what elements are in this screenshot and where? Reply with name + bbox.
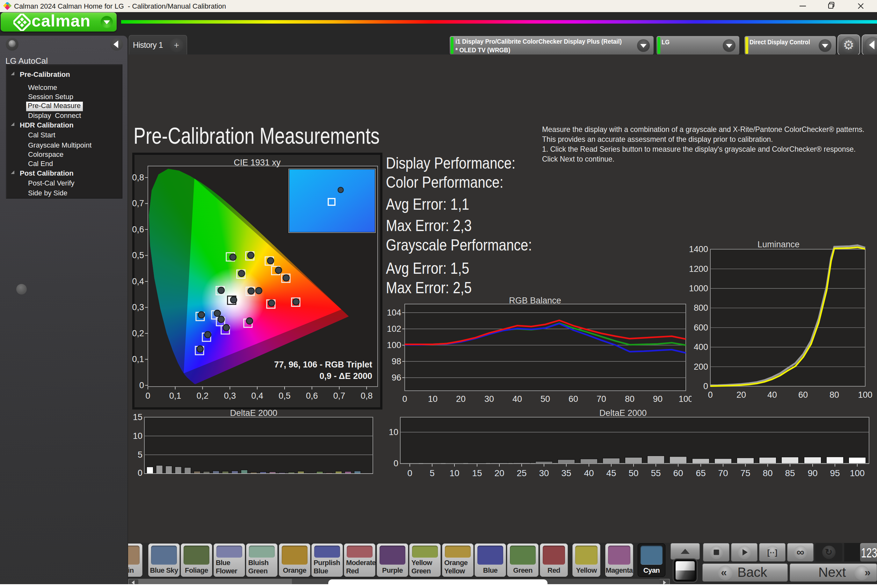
svg-text:5: 5 [430,468,435,478]
svg-text:0: 0 [139,381,144,390]
svg-text:30: 30 [539,468,549,478]
svg-text:0,4: 0,4 [251,391,263,400]
svg-text:80: 80 [763,468,772,478]
svg-text:80: 80 [625,394,634,404]
svg-text:0: 0 [138,468,142,477]
svg-text:0,5: 0,5 [279,391,291,400]
svg-text:10: 10 [449,468,459,478]
svg-text:50: 50 [540,394,550,404]
svg-text:45: 45 [606,468,616,478]
svg-text:0: 0 [402,394,407,404]
svg-text:DeltaE 2000: DeltaE 2000 [230,408,277,418]
svg-text:100: 100 [387,340,401,350]
svg-text:90: 90 [653,394,663,404]
svg-text:0,8: 0,8 [132,173,144,182]
svg-text:0,3: 0,3 [224,391,236,400]
svg-text:35: 35 [561,468,571,478]
svg-text:1200: 1200 [689,264,708,274]
svg-text:20: 20 [456,394,466,404]
svg-text:DeltaE 2000: DeltaE 2000 [600,408,647,418]
svg-text:25: 25 [517,468,526,478]
svg-text:40: 40 [584,468,594,478]
svg-text:0,3: 0,3 [132,303,144,312]
svg-text:0,5: 0,5 [132,250,144,260]
svg-text:100: 100 [858,390,872,400]
svg-text:77, 96, 106 - RGB Triplet: 77, 96, 106 - RGB Triplet [274,360,372,369]
svg-text:CIE 1931 xy: CIE 1931 xy [234,158,281,167]
svg-text:70: 70 [718,468,728,478]
svg-text:0,7: 0,7 [132,198,144,208]
svg-text:96: 96 [392,373,401,382]
svg-text:98: 98 [392,357,401,366]
svg-text:0,7: 0,7 [333,391,345,400]
svg-text:5: 5 [138,450,142,460]
svg-text:70: 70 [597,394,606,404]
svg-text:30: 30 [484,394,494,404]
svg-text:0,2: 0,2 [196,391,209,400]
svg-text:800: 800 [694,303,708,313]
svg-text:600: 600 [694,323,708,332]
svg-text:1000: 1000 [689,284,708,293]
svg-text:20: 20 [736,390,746,400]
svg-text:60: 60 [673,468,683,478]
svg-text:85: 85 [785,468,795,478]
svg-text:0: 0 [703,381,708,391]
svg-text:0: 0 [708,390,712,400]
svg-text:15: 15 [133,412,142,422]
svg-text:Luminance: Luminance [757,240,799,249]
svg-text:90: 90 [808,468,817,478]
svg-text:0: 0 [394,459,398,468]
svg-text:15: 15 [472,468,482,478]
svg-text:0: 0 [407,468,412,478]
svg-text:95: 95 [830,468,840,478]
svg-text:80: 80 [829,390,839,400]
svg-text:104: 104 [387,308,401,317]
svg-text:0,2: 0,2 [132,328,144,338]
svg-text:10: 10 [389,428,398,437]
svg-text:0,4: 0,4 [132,277,144,286]
svg-text:55: 55 [651,468,661,478]
svg-text:40: 40 [513,394,522,404]
svg-text:1400: 1400 [689,244,708,254]
svg-text:50: 50 [628,468,638,478]
svg-text:10: 10 [428,394,438,404]
svg-text:20: 20 [494,468,504,478]
svg-text:102: 102 [387,324,401,334]
svg-text:75: 75 [740,468,750,478]
svg-text:0,9 - ΔE 2000: 0,9 - ΔE 2000 [319,371,372,381]
svg-text:10: 10 [133,431,142,441]
svg-text:60: 60 [568,394,578,404]
svg-text:0,1: 0,1 [169,391,181,400]
svg-text:0,6: 0,6 [306,391,318,400]
svg-text:0,1: 0,1 [132,354,144,364]
svg-text:0: 0 [145,391,150,400]
svg-text:40: 40 [768,390,777,400]
svg-text:60: 60 [798,390,808,400]
svg-text:0,6: 0,6 [132,225,144,234]
svg-text:65: 65 [696,468,706,478]
svg-text:100: 100 [850,468,865,478]
svg-text:200: 200 [694,362,708,372]
svg-text:0,8: 0,8 [361,391,373,400]
svg-text:400: 400 [694,342,708,352]
